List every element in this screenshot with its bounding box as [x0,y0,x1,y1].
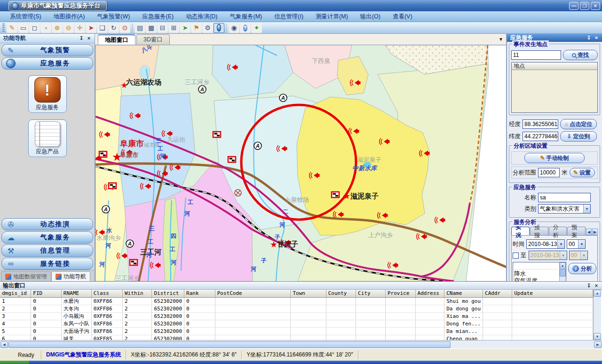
scroll-left-icon[interactable]: ◀ [0,341,8,348]
element-list-item-0[interactable]: 降水 [514,270,558,277]
hscroll-thumb[interactable] [8,341,451,348]
layers-icon[interactable]: ▤ [135,23,145,33]
tab-scroll-right-icon[interactable]: ▶ [592,229,598,235]
menu-item-1[interactable]: 地图操作(A) [48,11,91,22]
event-search-input[interactable]: 11 [511,50,561,60]
right-panel-pin-icon[interactable]: ↧ [585,35,593,41]
range-input[interactable]: 10000 [538,168,560,177]
eye-icon[interactable]: ◉ [229,23,239,33]
scroll-up-icon[interactable]: ▲ [560,262,566,269]
chevron-down-icon[interactable]: ▼ [583,205,590,213]
print-icon[interactable]: ⊟ [157,23,168,33]
hour2-select[interactable]: 00 ▼ [569,251,588,260]
export-image-icon[interactable]: ▦ [146,23,157,33]
full-extent-icon[interactable]: ❏ [97,23,108,33]
refresh-icon[interactable]: ↻ [108,23,119,33]
globe-service-icon[interactable] [214,23,224,33]
settings-icon[interactable]: ⚙ [202,23,213,33]
click-locate-button[interactable]: ⌂ 点击定位 [560,119,597,129]
export-scene-icon[interactable]: ✦ [251,23,262,33]
map-tab-1[interactable]: 3D窗口 [136,34,170,45]
service-name-input[interactable]: sa [538,193,591,202]
location-list-body[interactable] [512,70,597,112]
start-button-fragment[interactable] [0,361,29,364]
service-type-select[interactable]: 气象和洪水灾害 ▼ [538,204,591,214]
map-canvas[interactable]: AAAAA★★★★六运湖农场三工河乡下西泉八斗九运街阜康市城关镇阜康市滋泥泉子中… [95,45,506,281]
identify-icon[interactable]: ⊙ [119,23,130,33]
chevron-down-icon[interactable]: ▼ [557,240,564,248]
element-list-scrollbar[interactable]: ▲ [559,262,566,281]
sidebar-item-bottom-3[interactable]: ∞服务链接 [1,258,93,270]
date-select[interactable]: 2010-08-13 ▼ [526,239,565,249]
date2-select[interactable]: 2010-08-13 ▼ [529,251,567,260]
scroll-up-icon[interactable]: ▲ [594,290,601,297]
menu-item-9[interactable]: 查看(V) [387,11,419,22]
output-hscrollbar[interactable]: ◀ ▶ [0,340,602,348]
scroll-down-icon[interactable]: ▼ [594,333,601,340]
hour-select[interactable]: 00 ▼ [567,239,586,249]
menu-item-4[interactable]: 动态推演(D) [180,11,223,22]
left-tab-0[interactable]: 地图数据管理 [1,271,51,281]
element-list-item-1[interactable]: 空气温度 [514,277,558,281]
table-row[interactable]: 50大面场子沟0XFF8626523020000Da mian... [0,327,593,335]
manual-draw-button[interactable]: ✎ 手动绘制 [524,153,585,163]
map-tab-dropdown-icon[interactable]: ▼ [499,37,503,42]
lon-input[interactable]: 88.36255061 [523,119,558,129]
analyze-button[interactable]: i 分析 [568,263,596,274]
table-row[interactable]: 40东风一小队0XFF8626523020000Dong fen... [0,320,593,327]
analysis-tab-2[interactable]: 分析 [549,227,567,235]
select-feature-icon[interactable]: ▭ [18,23,29,33]
output-vscrollbar[interactable]: ▲ ▼ [593,290,601,340]
tool-button-0[interactable]: !应急服务 [28,75,67,113]
analysis-tab-3[interactable]: 预案 [567,227,586,235]
locate-to-button[interactable]: ⇩ 定位到 [560,131,597,142]
print-preview-icon[interactable]: ⊞ [168,23,179,33]
table-row[interactable]: 20大冬沟0XFF8626523020000Da dong gou [0,305,593,312]
locate-pin-icon[interactable]: ⚑ [191,23,202,33]
menu-item-2[interactable]: 气象预警(W) [91,11,136,22]
set-range-button[interactable]: ✎ 设置 [570,168,595,177]
menu-item-8[interactable]: 输出(O) [354,11,387,22]
menu-item-5[interactable]: 气象服务(M) [224,11,269,22]
map-tab-0[interactable]: 地图窗口 [98,34,135,45]
measure-icon[interactable]: ✎ [7,23,17,33]
clear-selection-icon[interactable]: ▫ [40,23,51,33]
map-svg[interactable]: AAAAA★★★★六运湖农场三工河乡下西泉八斗九运街阜康市城关镇阜康市滋泥泉子中… [95,45,506,281]
tool-button-1[interactable]: 应急产品 [28,119,67,157]
chevron-down-icon[interactable]: ▼ [578,240,585,248]
to-checkbox[interactable] [513,253,519,259]
right-panel-close-icon[interactable]: × [593,35,600,41]
left-panel-close-icon[interactable]: × [85,35,93,42]
tab-scroll-left-icon[interactable]: ◀ [586,229,592,235]
sidebar-item-top-1[interactable]: 应急服务 [1,57,93,70]
pointer-icon[interactable]: ➤ [86,23,96,33]
help-icon[interactable]: ? [240,23,251,33]
select-arrow-icon[interactable]: ➤ [180,23,190,33]
close-button[interactable]: × [591,2,600,10]
menu-item-0[interactable]: 系统管理(S) [4,11,48,22]
left-tab-1[interactable]: 功能导航 [51,271,90,281]
toolbar-grip[interactable] [2,24,5,32]
select-rectangle-icon[interactable]: ◻ [29,23,40,33]
table-row[interactable]: 30小马厩沟0XFF8626523020000Xiao ma ... [0,312,593,320]
sidebar-item-bottom-0[interactable]: ✇动态推演 [1,218,93,230]
minimize-button[interactable]: — [569,2,578,10]
menu-item-3[interactable]: 应急服务(E) [136,11,180,22]
search-button[interactable]: 查找 [563,50,598,60]
left-panel-pin-icon[interactable]: ↧ [78,35,85,42]
output-close-icon[interactable]: × [593,282,600,289]
menu-item-6[interactable]: 信息管理(I) [268,11,309,22]
zoom-out-icon[interactable]: ⊖ [63,23,74,33]
sidebar-item-bottom-1[interactable]: ☁气象服务 [1,231,93,244]
menu-item-7[interactable]: 测量计算(M) [309,11,354,22]
zoom-in-icon[interactable]: ⊕ [52,23,63,33]
table-row[interactable]: 60城关0XFF8526523020000Cheng guan [0,335,593,340]
sidebar-item-top-0[interactable]: ✎气象预警 [1,44,93,56]
output-pin-icon[interactable]: ↧ [585,282,593,289]
pan-icon[interactable]: ✛ [74,23,85,33]
sidebar-item-bottom-2[interactable]: ⚒信息管理 [1,245,93,257]
analysis-tab-1[interactable]: 预报 [530,227,548,235]
location-list[interactable]: 地点 [511,62,598,113]
analysis-tab-0[interactable]: 实况 [511,227,530,235]
scroll-right-icon[interactable]: ▶ [594,341,602,348]
